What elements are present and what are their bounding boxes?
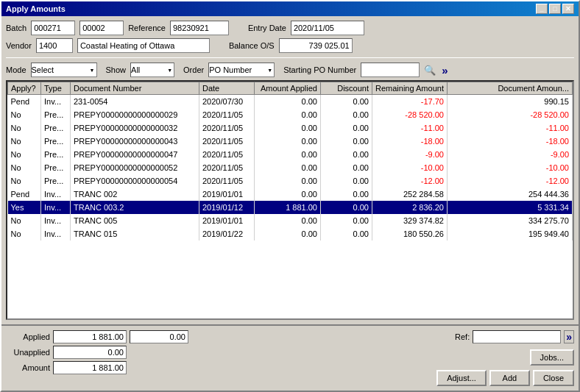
table-cell: 2020/11/05 <box>199 135 255 148</box>
table-section: Apply? Type Document Number Date Amount … <box>6 80 574 320</box>
ref-label: Ref: <box>455 332 470 341</box>
table-cell: 1 881.00 <box>255 201 321 214</box>
table-cell: -11.00 <box>372 121 448 135</box>
table-cell: -28 520.00 <box>447 108 572 121</box>
table-container[interactable]: Apply? Type Document Number Date Amount … <box>6 80 574 320</box>
starting-po-input[interactable] <box>361 63 420 77</box>
reference-input[interactable] <box>170 21 229 35</box>
balance-os-input[interactable] <box>279 38 353 53</box>
table-cell: Pre... <box>41 121 71 135</box>
table-row[interactable]: NoInv...TRANC 0152019/01/220.000.00180 5… <box>8 227 573 240</box>
apply-table: Apply? Type Document Number Date Amount … <box>7 82 573 240</box>
col-discount: Discount <box>321 82 372 95</box>
table-cell: Inv... <box>41 214 71 227</box>
amount-label: Amount <box>6 363 50 372</box>
table-cell: Inv... <box>41 227 71 240</box>
table-row[interactable]: NoPre...PREPY000000000000000542020/11/05… <box>8 174 573 188</box>
table-cell: -12.00 <box>372 174 448 188</box>
table-cell: Pre... <box>41 135 71 148</box>
table-cell: Pend <box>8 95 41 108</box>
table-row[interactable]: PendInv...231-00542020/07/300.000.00-17.… <box>8 95 573 108</box>
close-button[interactable]: Close <box>533 370 574 386</box>
table-cell: 2020/11/05 <box>199 174 255 188</box>
table-row[interactable]: NoInv...TRANC 0052019/01/010.000.00329 3… <box>8 214 573 227</box>
table-cell: Inv... <box>41 95 71 108</box>
table-cell: No <box>8 214 41 227</box>
applied-label: Applied <box>6 332 50 341</box>
table-cell: 0.00 <box>321 174 372 188</box>
table-cell: 2 836.20 <box>372 201 448 214</box>
table-row[interactable]: NoPre...PREPY000000000000000432020/11/05… <box>8 135 573 148</box>
table-cell: 2019/01/12 <box>199 201 255 214</box>
table-cell: 2019/01/01 <box>199 188 255 201</box>
table-cell: -17.70 <box>372 95 448 108</box>
mode-select[interactable]: Select <box>31 63 97 77</box>
applied-input2[interactable] <box>130 330 188 343</box>
order-select[interactable]: PO Number <box>208 63 275 77</box>
ref-row: Ref: » <box>455 330 574 343</box>
batch-label: Batch <box>6 24 26 32</box>
table-cell: 0.00 <box>321 108 372 121</box>
table-row[interactable]: NoPre...PREPY000000000000000472020/11/05… <box>8 148 573 161</box>
order-label: Order <box>183 65 204 74</box>
table-cell: 0.00 <box>255 121 321 135</box>
table-cell: -12.00 <box>447 174 572 188</box>
table-cell: -11.00 <box>447 121 572 135</box>
minimize-button[interactable]: _ <box>536 4 548 14</box>
reference-label: Reference <box>128 24 166 32</box>
table-row[interactable]: YesInv...TRANC 003.22019/01/121 881.000.… <box>8 201 573 214</box>
search-icon[interactable]: 🔍 <box>424 65 436 76</box>
vendor-id-input[interactable] <box>36 38 73 53</box>
nav-arrows-icon[interactable]: » <box>442 64 448 76</box>
table-cell: 0.00 <box>255 95 321 108</box>
maximize-button[interactable]: □ <box>549 4 561 14</box>
table-cell: TRANC 005 <box>71 214 199 227</box>
show-label: Show <box>106 65 127 74</box>
table-cell: 0.00 <box>321 161 372 174</box>
table-cell: -18.00 <box>447 135 572 148</box>
table-row[interactable]: PendInv...TRANC 0022019/01/010.000.00252… <box>8 188 573 201</box>
applied-input[interactable] <box>53 330 127 343</box>
entry-date-input[interactable] <box>291 21 364 35</box>
table-cell: PREPY00000000000000043 <box>71 135 199 148</box>
vendor-name-input[interactable] <box>77 38 210 53</box>
ref-input[interactable] <box>473 330 561 343</box>
amount-input[interactable] <box>53 361 127 374</box>
table-cell: 2020/11/05 <box>199 108 255 121</box>
jobs-button[interactable]: Jobs... <box>530 349 574 366</box>
table-cell: -9.00 <box>372 148 448 161</box>
table-cell: 2019/01/22 <box>199 227 255 240</box>
close-button[interactable]: ✕ <box>562 4 574 14</box>
table-row[interactable]: NoPre...PREPY000000000000000322020/11/05… <box>8 121 573 135</box>
table-cell: 0.00 <box>321 227 372 240</box>
adjust-button[interactable]: Adjust... <box>436 370 487 386</box>
bottom-left: Applied Unapplied Amount <box>6 330 422 374</box>
table-cell: 0.00 <box>255 227 321 240</box>
table-row[interactable]: NoPre...PREPY000000000000000522020/11/05… <box>8 161 573 174</box>
table-cell: 0.00 <box>321 148 372 161</box>
col-date: Date <box>199 82 255 95</box>
table-cell: 2020/11/05 <box>199 161 255 174</box>
table-row[interactable]: NoPre...PREPY000000000000000292020/11/05… <box>8 108 573 121</box>
title-bar: Apply Amounts _ □ ✕ <box>1 1 579 16</box>
batch-input1[interactable] <box>31 21 75 35</box>
show-select[interactable]: All <box>130 63 174 77</box>
unapplied-input[interactable] <box>53 346 127 359</box>
table-cell: Pre... <box>41 108 71 121</box>
table-cell: -10.00 <box>372 161 448 174</box>
table-cell: 2020/07/30 <box>199 95 255 108</box>
table-cell: Yes <box>8 201 41 214</box>
table-cell: -28 520.00 <box>372 108 448 121</box>
table-cell: 0.00 <box>321 201 372 214</box>
table-cell: -10.00 <box>447 161 572 174</box>
ref-arrow-icon[interactable]: » <box>564 330 574 343</box>
add-button[interactable]: Add <box>489 370 530 386</box>
title-controls: _ □ ✕ <box>536 4 574 14</box>
table-cell: 195 949.40 <box>447 227 572 240</box>
entry-date-label: Entry Date <box>248 24 286 32</box>
table-cell: 2020/11/05 <box>199 148 255 161</box>
unapplied-label: Unapplied <box>6 348 50 357</box>
table-cell: PREPY00000000000000054 <box>71 174 199 188</box>
batch-input2[interactable] <box>79 21 124 35</box>
table-cell: 254 444.36 <box>447 188 572 201</box>
